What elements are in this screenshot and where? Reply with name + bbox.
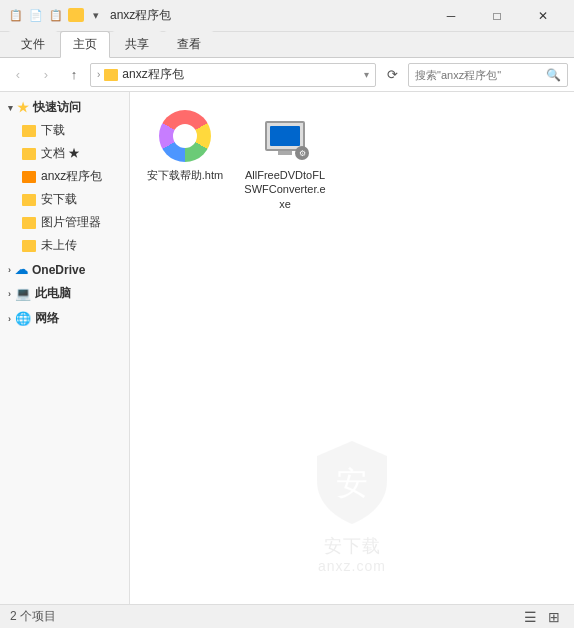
quick-access-icon[interactable]: 📋 [8, 8, 24, 24]
path-chevron: › [97, 69, 100, 80]
folder-icon [22, 125, 36, 137]
search-input[interactable] [415, 69, 542, 81]
file-icon-exe: ⚙ [257, 108, 313, 164]
sidebar-item-label: 文档 ★ [41, 145, 80, 162]
ribbon-tabs: 文件 主页 共享 查看 [0, 32, 574, 58]
sidebar-onedrive-header[interactable]: › ☁ OneDrive [0, 259, 129, 280]
address-bar: ‹ › ↑ › anxz程序包 ▾ ⟳ 🔍 [0, 58, 574, 92]
folder-icon [68, 8, 84, 22]
item-count: 2 个项目 [10, 608, 56, 625]
star-icon: ★ [17, 100, 29, 115]
chevron-right-icon: › [8, 289, 11, 299]
sidebar-item-imagemanager[interactable]: 图片管理器 [0, 211, 129, 234]
up-button[interactable]: ↑ [62, 63, 86, 87]
grid-view-button[interactable]: ⊞ [544, 607, 564, 627]
watermark: 安 安下载 anxz.com [312, 436, 392, 574]
title-bar: 📋 📄 📋 ▾ anxz程序包 ─ □ ✕ [0, 0, 574, 32]
title-bar-left: 📋 📄 📋 ▾ anxz程序包 [8, 7, 171, 24]
sidebar-item-label: 安下载 [41, 191, 77, 208]
close-button[interactable]: ✕ [520, 0, 566, 32]
watermark-shield: 安 [312, 436, 392, 526]
title-bar-controls: ─ □ ✕ [428, 0, 566, 32]
tab-share[interactable]: 共享 [112, 31, 162, 57]
address-path[interactable]: › anxz程序包 ▾ [90, 63, 376, 87]
path-folder-icon [104, 69, 118, 81]
folder-icon [22, 194, 36, 206]
path-dropdown-icon[interactable]: ▾ [364, 69, 369, 80]
file-item-exe[interactable]: ⚙ AllFreeDVDtoFLSWFConverter.exe [240, 102, 330, 217]
tab-home[interactable]: 主页 [60, 31, 110, 58]
folder-icon [22, 217, 36, 229]
watermark-text: 安下载 [312, 534, 392, 558]
chevron-down-icon: ▾ [8, 103, 13, 113]
computer-icon: 💻 [15, 286, 31, 301]
sidebar: ▾ ★ 快速访问 下载 文档 ★ anxz程序包 安下载 [0, 92, 130, 604]
back-button[interactable]: ‹ [6, 63, 30, 87]
content-area: 安 安下载 anxz.com 安下载帮助.htm [130, 92, 574, 604]
file-icon-htm [157, 108, 213, 164]
forward-button[interactable]: › [34, 63, 58, 87]
list-view-button[interactable]: ☰ [520, 607, 540, 627]
maximize-button[interactable]: □ [474, 0, 520, 32]
network-label: 网络 [35, 310, 59, 327]
exe-gear-icon: ⚙ [295, 146, 309, 160]
sidebar-section-network: › 🌐 网络 [0, 307, 129, 330]
properties-icon[interactable]: 📋 [48, 8, 64, 24]
sidebar-item-anzaizai[interactable]: 安下载 [0, 188, 129, 211]
tab-file[interactable]: 文件 [8, 31, 58, 57]
sidebar-quickaccess-header[interactable]: ▾ ★ 快速访问 [0, 96, 129, 119]
refresh-button[interactable]: ⟳ [380, 63, 404, 87]
sidebar-section-onedrive: › ☁ OneDrive [0, 259, 129, 280]
htm-circle-icon [159, 110, 211, 162]
quickaccess-label: 快速访问 [33, 99, 81, 116]
file-name-htm: 安下载帮助.htm [147, 168, 223, 182]
chevron-right-icon: › [8, 265, 11, 275]
sidebar-item-docs[interactable]: 文档 ★ [0, 142, 129, 165]
exe-screen [270, 126, 300, 146]
main-layout: ▾ ★ 快速访问 下载 文档 ★ anxz程序包 安下载 [0, 92, 574, 604]
search-box[interactable]: 🔍 [408, 63, 568, 87]
sidebar-section-quickaccess: ▾ ★ 快速访问 下载 文档 ★ anxz程序包 安下载 [0, 96, 129, 257]
network-icon: 🌐 [15, 311, 31, 326]
folder-icon [22, 240, 36, 252]
window-title: anxz程序包 [110, 7, 171, 24]
view-options: ☰ ⊞ [520, 607, 564, 627]
sidebar-item-label: 图片管理器 [41, 214, 101, 231]
watermark-subtext: anxz.com [312, 558, 392, 574]
file-item-htm[interactable]: 安下载帮助.htm [140, 102, 230, 217]
tab-view[interactable]: 查看 [164, 31, 214, 57]
search-icon: 🔍 [546, 68, 561, 82]
sidebar-item-label: 未上传 [41, 237, 77, 254]
folder-icon [22, 148, 36, 160]
sidebar-item-anxz[interactable]: anxz程序包 [0, 165, 129, 188]
sidebar-item-download[interactable]: 下载 [0, 119, 129, 142]
svg-text:安: 安 [336, 465, 368, 501]
thispc-label: 此电脑 [35, 285, 71, 302]
sidebar-thispc-header[interactable]: › 💻 此电脑 [0, 282, 129, 305]
sidebar-item-label: 下载 [41, 122, 65, 139]
status-bar: 2 个项目 ☰ ⊞ [0, 604, 574, 628]
minimize-button[interactable]: ─ [428, 0, 474, 32]
dropdown-icon[interactable]: ▾ [88, 8, 104, 24]
exe-icon-wrap: ⚙ [259, 110, 311, 162]
sidebar-network-header[interactable]: › 🌐 网络 [0, 307, 129, 330]
htm-inner-circle [173, 124, 197, 148]
cloud-icon: ☁ [15, 262, 28, 277]
file-name-exe: AllFreeDVDtoFLSWFConverter.exe [244, 168, 326, 211]
sidebar-item-notupload[interactable]: 未上传 [0, 234, 129, 257]
new-folder-icon[interactable]: 📄 [28, 8, 44, 24]
sidebar-section-thispc: › 💻 此电脑 [0, 282, 129, 305]
onedrive-label: OneDrive [32, 263, 85, 277]
file-grid: 安下载帮助.htm ⚙ AllFreeDVDtoFLSWFConverter.e… [130, 92, 574, 227]
sidebar-item-label: anxz程序包 [41, 168, 102, 185]
folder-icon [22, 171, 36, 183]
title-bar-icons: 📋 📄 📋 ▾ [8, 8, 104, 24]
path-text: anxz程序包 [122, 66, 183, 83]
chevron-right-icon: › [8, 314, 11, 324]
